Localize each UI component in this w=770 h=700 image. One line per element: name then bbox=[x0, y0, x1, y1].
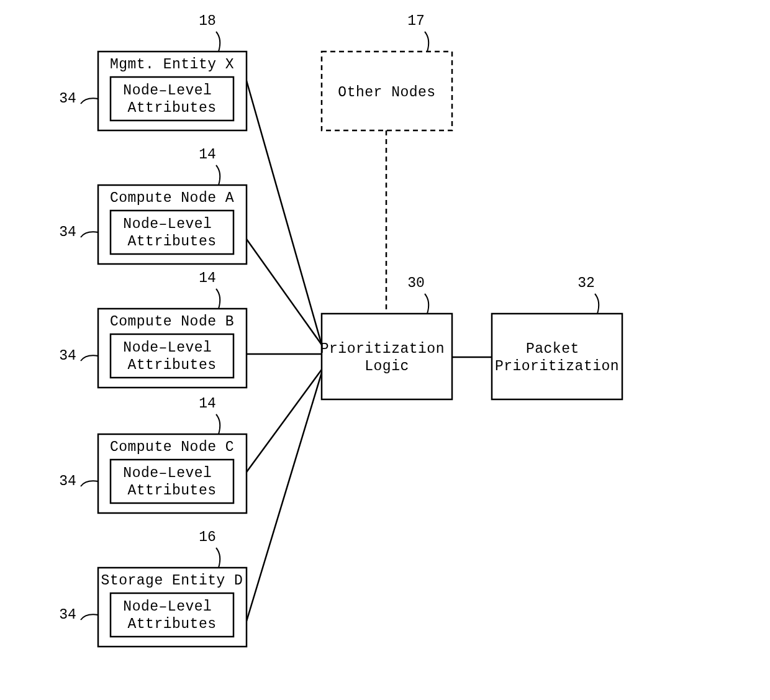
lead-compB-left bbox=[81, 355, 98, 361]
ref-compC-top: 14 bbox=[199, 396, 216, 412]
ref-compB-top: 14 bbox=[199, 270, 216, 286]
svg-text:Compute Node C: Compute Node C bbox=[110, 439, 234, 455]
conn-compC-to-prio bbox=[247, 370, 322, 472]
lead-compB-top bbox=[216, 289, 220, 309]
ref-packet: 32 bbox=[578, 275, 595, 291]
lead-storD-left bbox=[81, 614, 98, 620]
ref-storD-top: 16 bbox=[199, 529, 216, 545]
lead-prio bbox=[425, 294, 428, 314]
node-compute-a: Compute Node A Node–Level Attributes 14 … bbox=[59, 147, 247, 264]
ref-other: 17 bbox=[407, 13, 425, 29]
conn-mgmt-to-prio bbox=[247, 81, 322, 345]
svg-text:Compute Node A: Compute Node A bbox=[110, 190, 234, 206]
lead-other bbox=[425, 32, 428, 52]
node-mgmt-entity-x: Mgmt. Entity X Node–Level Attributes 18 … bbox=[59, 13, 247, 130]
lead-mgmt-left bbox=[81, 98, 98, 104]
lead-mgmt-top bbox=[216, 32, 220, 52]
ref-mgmt-left: 34 bbox=[59, 91, 76, 107]
node-storage-d: Storage Entity D Node–Level Attributes 1… bbox=[59, 529, 247, 647]
node-other-nodes-label: Other Nodes bbox=[338, 84, 435, 101]
node-compute-b: Compute Node B Node–Level Attributes 14 … bbox=[59, 270, 247, 388]
lead-compC-left bbox=[81, 481, 98, 486]
node-compute-c: Compute Node C Node–Level Attributes 14 … bbox=[59, 396, 247, 513]
lead-compC-top bbox=[216, 414, 220, 434]
ref-compC-left: 34 bbox=[59, 473, 76, 489]
ref-storD-left: 34 bbox=[59, 607, 76, 623]
lead-packet bbox=[595, 294, 599, 314]
svg-text:Storage Entity D: Storage Entity D bbox=[101, 573, 243, 589]
ref-compA-left: 34 bbox=[59, 224, 76, 240]
lead-compA-top bbox=[216, 165, 220, 185]
lead-storD-top bbox=[216, 548, 220, 568]
svg-text:Mgmt. Entity X: Mgmt. Entity X bbox=[110, 57, 234, 73]
ref-prio: 30 bbox=[407, 275, 425, 291]
ref-mgmt-top: 18 bbox=[199, 13, 216, 29]
ref-compA-top: 14 bbox=[199, 147, 216, 163]
ref-compB-left: 34 bbox=[59, 348, 76, 364]
conn-storD-to-prio bbox=[247, 373, 322, 621]
lead-compA-left bbox=[81, 232, 98, 237]
conn-compA-to-prio bbox=[247, 239, 322, 345]
svg-text:Compute Node B: Compute Node B bbox=[110, 314, 234, 330]
